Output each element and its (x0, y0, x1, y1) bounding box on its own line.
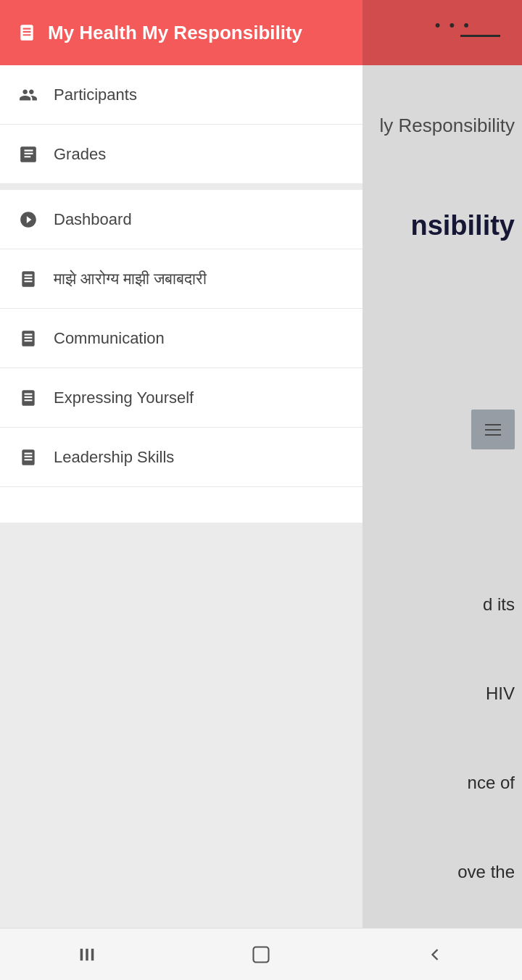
drawer-divider-1 (0, 184, 362, 190)
recent-icon (77, 944, 97, 965)
drawer-item-participants[interactable]: Participants (0, 65, 362, 125)
grades-icon (17, 145, 39, 164)
drawer-item-leadership-skills[interactable]: Leadership Skills (0, 428, 362, 487)
svg-rect-2 (91, 948, 94, 960)
drawer-item-communication[interactable]: Communication (0, 309, 362, 368)
home-icon (251, 944, 271, 965)
leadership-book-icon (17, 448, 39, 467)
dashboard-icon (17, 210, 39, 229)
communication-book-icon (17, 329, 39, 348)
bottom-navigation (0, 928, 522, 980)
participants-icon (17, 86, 39, 104)
svg-rect-3 (254, 947, 269, 962)
expressing-book-icon (17, 389, 39, 407)
drawer-header-book-icon (17, 23, 36, 42)
navigation-drawer: My Health My Responsibility Participants… (0, 0, 362, 980)
drawer-menu-list: Participants Grades Dashboard (0, 65, 362, 523)
dashboard-label: Dashboard (54, 210, 132, 229)
drawer-header: My Health My Responsibility (0, 0, 362, 65)
leadership-skills-label: Leadership Skills (54, 448, 174, 467)
participants-label: Participants (54, 86, 137, 104)
grades-label: Grades (54, 145, 106, 164)
marathi-label: माझे आरोग्य माझी जबाबदारी (54, 270, 207, 288)
expressing-yourself-label: Expressing Yourself (54, 389, 194, 407)
drawer-item-dashboard[interactable]: Dashboard (0, 190, 362, 249)
marathi-book-icon (17, 270, 39, 288)
svg-rect-0 (80, 948, 83, 960)
svg-rect-1 (86, 948, 88, 960)
drawer-item-marathi[interactable]: माझे आरोग्य माझी जबाबदारी (0, 249, 362, 309)
drawer-item-grades[interactable]: Grades (0, 125, 362, 184)
back-icon (425, 944, 445, 965)
drawer-footer (0, 523, 362, 980)
drawer-item-expressing-yourself[interactable]: Expressing Yourself (0, 368, 362, 428)
nav-recent-button[interactable] (58, 929, 116, 981)
nav-back-button[interactable] (406, 929, 464, 981)
drawer-header-title: My Health My Responsibility (48, 22, 302, 44)
communication-label: Communication (54, 329, 165, 348)
nav-home-button[interactable] (232, 929, 290, 981)
